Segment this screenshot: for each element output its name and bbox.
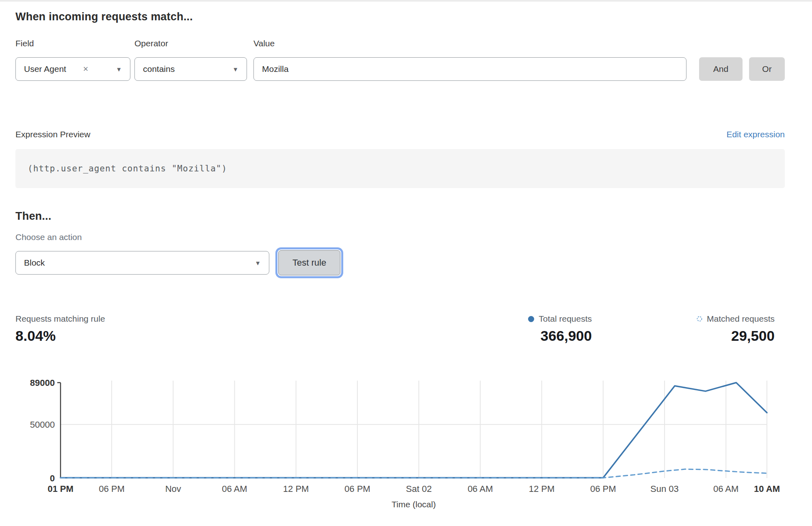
legend-dashed-circle-icon bbox=[697, 316, 702, 322]
requests-matching-value: 8.04% bbox=[15, 328, 105, 344]
svg-text:10 AM: 10 AM bbox=[754, 484, 780, 494]
choose-action-label: Choose an action bbox=[15, 232, 785, 242]
action-selected-value: Block bbox=[24, 258, 45, 268]
test-rule-button[interactable]: Test rule bbox=[278, 250, 340, 275]
expression-preview-box: (http.user_agent contains "Mozilla") bbox=[15, 149, 785, 188]
svg-text:06 PM: 06 PM bbox=[99, 484, 125, 494]
rule-builder-row: Field User Agent × ▼ Operator contains ▼… bbox=[15, 39, 785, 81]
matched-requests-label: Matched requests bbox=[707, 314, 775, 324]
page-top-strip bbox=[0, 0, 812, 2]
svg-text:Nov: Nov bbox=[165, 484, 181, 494]
operator-selected-value: contains bbox=[143, 64, 175, 74]
svg-text:50000: 50000 bbox=[30, 420, 55, 430]
expression-preview-label: Expression Preview bbox=[15, 130, 90, 139]
total-requests-legend: Total requests 366,900 bbox=[528, 314, 592, 344]
svg-text:06 PM: 06 PM bbox=[344, 484, 370, 494]
clear-field-icon[interactable]: × bbox=[83, 65, 89, 74]
total-requests-value: 366,900 bbox=[541, 328, 592, 344]
value-label: Value bbox=[253, 39, 686, 48]
svg-text:12 PM: 12 PM bbox=[283, 484, 309, 494]
and-button[interactable]: And bbox=[699, 57, 743, 81]
svg-text:Sun 03: Sun 03 bbox=[650, 484, 679, 494]
svg-text:06 AM: 06 AM bbox=[713, 484, 738, 494]
edit-expression-link[interactable]: Edit expression bbox=[726, 130, 785, 139]
chevron-down-icon: ▼ bbox=[232, 66, 238, 73]
svg-text:0: 0 bbox=[50, 473, 55, 483]
matched-requests-legend: Matched requests 29,500 bbox=[697, 314, 775, 344]
matched-requests-value: 29,500 bbox=[731, 328, 775, 344]
operator-label: Operator bbox=[134, 39, 247, 48]
svg-text:01 PM: 01 PM bbox=[48, 484, 74, 494]
expression-code: (http.user_agent contains "Mozilla") bbox=[28, 164, 227, 173]
operator-select[interactable]: contains ▼ bbox=[134, 57, 247, 81]
svg-text:06 AM: 06 AM bbox=[222, 484, 247, 494]
svg-text:12 PM: 12 PM bbox=[529, 484, 555, 494]
chevron-down-icon: ▼ bbox=[116, 66, 122, 73]
requests-matching-stat: Requests matching rule 8.04% bbox=[15, 314, 105, 344]
chevron-down-icon: ▼ bbox=[255, 260, 261, 266]
heading-then: Then... bbox=[15, 210, 785, 223]
svg-text:Sat 02: Sat 02 bbox=[406, 484, 432, 494]
requests-matching-label: Requests matching rule bbox=[15, 314, 105, 324]
svg-text:06 AM: 06 AM bbox=[468, 484, 493, 494]
heading-when-match: When incoming requests match... bbox=[15, 11, 785, 23]
value-input[interactable] bbox=[253, 57, 686, 81]
svg-text:06 PM: 06 PM bbox=[590, 484, 616, 494]
svg-text:Time (local): Time (local) bbox=[392, 500, 436, 509]
action-select[interactable]: Block ▼ bbox=[15, 251, 269, 275]
svg-text:89000: 89000 bbox=[30, 378, 55, 388]
requests-chart: 0500008900001 PM06 PMNov06 AM12 PM06 PMS… bbox=[15, 372, 785, 516]
field-selected-value: User Agent bbox=[24, 64, 66, 74]
total-requests-label: Total requests bbox=[539, 314, 592, 324]
or-button[interactable]: Or bbox=[749, 57, 785, 81]
legend-solid-dot-icon bbox=[528, 316, 534, 322]
field-label: Field bbox=[15, 39, 130, 48]
field-select[interactable]: User Agent × ▼ bbox=[15, 57, 130, 81]
